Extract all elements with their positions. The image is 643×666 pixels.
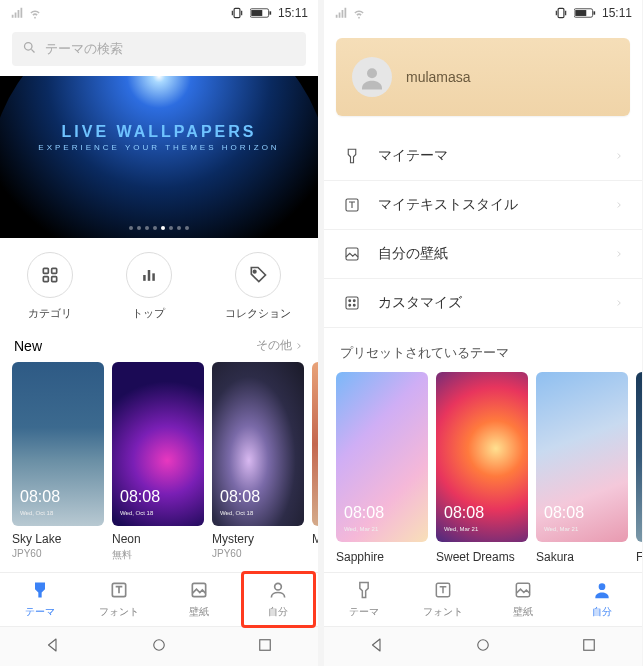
svg-point-16 xyxy=(154,639,165,650)
quickcat-category[interactable]: カテゴリ xyxy=(27,252,73,321)
tag-icon xyxy=(235,252,281,298)
featured-banner[interactable]: LIVE WALLPAPERS EXPERIENCE YOUR THEMES H… xyxy=(0,76,318,238)
menu-customize[interactable]: カスタマイズ xyxy=(324,279,642,328)
chevron-right-icon xyxy=(614,148,624,164)
nav-recent-icon[interactable] xyxy=(256,636,274,658)
bottom-tabbar: テーマ フォント 壁紙 自分 xyxy=(0,572,318,626)
theme-card[interactable]: 08:08 Wed, Mar 21 Sapphire xyxy=(336,372,428,564)
theme-card[interactable]: 08:08 Wed, Oct 18 Sky Lake JPY60 xyxy=(12,362,104,562)
tab-theme[interactable]: テーマ xyxy=(0,573,80,626)
menu-my-wallpaper[interactable]: 自分の壁紙 xyxy=(324,230,642,279)
quickcat-collection[interactable]: コレクション xyxy=(225,252,291,321)
theme-thumbnail: 08:08 Wed, Oct 18 xyxy=(112,362,204,526)
preset-theme-row[interactable]: 08:08 Wed, Mar 21 Sapphire 08:08 Wed, Ma… xyxy=(324,372,642,564)
svg-point-26 xyxy=(349,300,351,302)
brush-icon xyxy=(354,580,374,602)
theme-thumbnail: 08:08 Wed, Mar 21 xyxy=(536,372,628,542)
theme-name: M xyxy=(312,532,318,546)
theme-name: F xyxy=(636,550,642,564)
theme-card[interactable]: M xyxy=(312,362,318,562)
theme-card[interactable]: 08:08 Wed, Oct 18 Mystery JPY60 xyxy=(212,362,304,562)
svg-rect-11 xyxy=(152,273,155,281)
menu-my-theme[interactable]: マイテーマ xyxy=(324,132,642,181)
vibrate-icon xyxy=(554,6,568,20)
nav-recent-icon[interactable] xyxy=(580,636,598,658)
status-bar: 15:11 xyxy=(324,0,642,26)
chevron-right-icon xyxy=(614,197,624,213)
tab-wallpaper[interactable]: 壁紙 xyxy=(483,573,563,626)
svg-point-22 xyxy=(367,68,377,78)
theme-name: Mystery xyxy=(212,532,304,546)
tab-theme[interactable]: テーマ xyxy=(324,573,404,626)
dice-icon xyxy=(342,293,362,313)
android-navbar xyxy=(0,626,318,666)
svg-rect-10 xyxy=(148,270,151,281)
android-navbar xyxy=(324,626,642,666)
svg-point-12 xyxy=(254,270,256,273)
chevron-right-icon xyxy=(614,295,624,311)
chevron-right-icon xyxy=(614,246,624,262)
tab-me[interactable]: 自分 xyxy=(239,573,319,626)
nav-home-icon[interactable] xyxy=(474,636,492,658)
status-time: 15:11 xyxy=(278,6,308,20)
search-placeholder: テーマの検索 xyxy=(45,40,123,58)
theme-price: 無料 xyxy=(112,548,204,562)
search-bar[interactable]: テーマの検索 xyxy=(12,32,306,66)
profile-card[interactable]: mulamasa xyxy=(336,38,630,116)
theme-price: JPY60 xyxy=(212,548,304,559)
svg-point-33 xyxy=(478,639,489,650)
banner-title: LIVE WALLPAPERS xyxy=(62,123,257,141)
theme-name: Sweet Dreams xyxy=(436,550,528,564)
quickcat-top[interactable]: トップ xyxy=(126,252,172,321)
section-header-new: New その他 xyxy=(0,331,318,362)
battery-icon xyxy=(250,7,272,19)
svg-rect-6 xyxy=(51,268,56,273)
new-theme-row[interactable]: 08:08 Wed, Oct 18 Sky Lake JPY60 08:08 W… xyxy=(0,362,318,562)
svg-point-4 xyxy=(25,43,33,51)
person-icon xyxy=(268,580,288,602)
text-icon xyxy=(342,195,362,215)
brush-icon xyxy=(342,146,362,166)
section-title-new: New xyxy=(14,338,42,354)
theme-name: Neon xyxy=(112,532,204,546)
vibrate-icon xyxy=(230,6,244,20)
svg-rect-25 xyxy=(346,297,358,309)
theme-card[interactable]: 08:08 Wed, Mar 21 Sweet Dreams xyxy=(436,372,528,564)
screen-me: 15:11 mulamasa マイテーマ マイテキストスタイル 自分の壁紙 カス… xyxy=(324,0,642,666)
image-icon xyxy=(189,580,209,602)
svg-rect-2 xyxy=(251,10,262,16)
tab-wallpaper[interactable]: 壁紙 xyxy=(159,573,239,626)
svg-rect-0 xyxy=(234,8,240,17)
svg-rect-21 xyxy=(593,11,595,14)
theme-thumbnail: 08:08 Wed, Oct 18 xyxy=(212,362,304,526)
nav-back-icon[interactable] xyxy=(44,636,62,658)
status-time: 15:11 xyxy=(602,6,632,20)
battery-icon xyxy=(574,7,596,19)
quickcat-collection-label: コレクション xyxy=(225,306,291,321)
nav-back-icon[interactable] xyxy=(368,636,386,658)
menu-my-textstyle[interactable]: マイテキストスタイル xyxy=(324,181,642,230)
theme-name: Sakura xyxy=(536,550,628,564)
theme-card[interactable]: F xyxy=(636,372,642,564)
theme-price: JPY60 xyxy=(12,548,104,559)
status-bar: 15:11 xyxy=(0,0,318,26)
svg-rect-17 xyxy=(260,639,271,650)
quickcat-top-label: トップ xyxy=(132,306,165,321)
theme-name: Sky Lake xyxy=(12,532,104,546)
svg-rect-31 xyxy=(516,583,529,596)
svg-rect-3 xyxy=(269,11,271,14)
theme-thumbnail: 08:08 Wed, Mar 21 xyxy=(436,372,528,542)
nav-home-icon[interactable] xyxy=(150,636,168,658)
tab-me[interactable]: 自分 xyxy=(563,573,643,626)
tab-font[interactable]: フォント xyxy=(80,573,160,626)
tab-font[interactable]: フォント xyxy=(404,573,484,626)
bottom-tabbar: テーマ フォント 壁紙 自分 xyxy=(324,572,642,626)
preset-section-title: プリセットされているテーマ xyxy=(324,328,642,372)
section-more-new[interactable]: その他 xyxy=(256,337,304,354)
theme-card[interactable]: 08:08 Wed, Oct 18 Neon 無料 xyxy=(112,362,204,562)
banner-pager xyxy=(129,226,189,230)
theme-thumbnail: 08:08 Wed, Mar 21 xyxy=(336,372,428,542)
theme-card[interactable]: 08:08 Wed, Mar 21 Sakura xyxy=(536,372,628,564)
search-icon xyxy=(22,40,37,58)
signal-icon xyxy=(334,6,348,20)
